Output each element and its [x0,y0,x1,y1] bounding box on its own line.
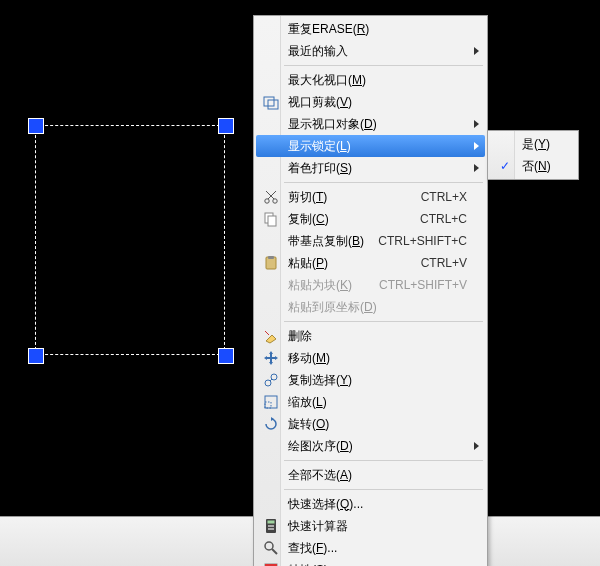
submenu-arrow-icon [474,142,479,150]
context-menu[interactable]: 重复ERASE(R)最近的输入最大化视口(M)视口剪裁(V)显示视口对象(D)显… [253,15,488,566]
menu-item-20[interactable]: 旋转(O) [256,413,485,435]
menu-item-label: 全部不选(A) [282,467,467,484]
menu-item-label: 带基点复制(B) [282,233,368,250]
blank-icon [494,133,516,155]
blank-icon [260,135,282,157]
menu-separator [284,182,483,183]
svg-point-18 [268,525,270,527]
submenu-arrow-icon [474,47,479,55]
svg-point-3 [273,199,277,203]
menu-separator [284,489,483,490]
svg-rect-1 [268,100,278,109]
svg-point-24 [265,542,273,550]
menu-item-label: 是(Y) [516,136,566,153]
menu-separator [284,460,483,461]
menu-item-label: 快速选择(Q)... [282,496,467,513]
menu-item-label: 粘贴(P) [282,255,411,272]
menu-item-label: 视口剪裁(V) [282,94,467,111]
menu-item-label: 显示锁定(L) [282,138,467,155]
svg-line-5 [266,191,274,199]
menu-item-9[interactable]: 剪切(T)CTRL+X [256,186,485,208]
svg-rect-7 [268,216,276,226]
menu-item-10[interactable]: 复制(C)CTRL+C [256,208,485,230]
scale-icon [260,391,282,413]
submenu-arrow-icon [474,164,479,172]
menu-item-label: 重复ERASE(R) [282,21,467,38]
blank-icon [260,435,282,457]
check-icon: ✓ [494,155,516,177]
blank-icon [260,113,282,135]
menu-item-26[interactable]: 快速计算器 [256,515,485,537]
submenu-item-1[interactable]: ✓否(N) [490,155,576,177]
menu-item-17[interactable]: 移动(M) [256,347,485,369]
menu-item-label: 否(N) [516,158,566,175]
selection-rectangle[interactable] [35,125,225,355]
svg-line-13 [270,379,272,381]
submenu-item-0[interactable]: 是(Y) [490,133,576,155]
menu-item-label: 粘贴到原坐标(D) [282,299,467,316]
menu-separator [284,65,483,66]
menu-item-28[interactable]: 特性(S) [256,559,485,566]
menu-item-16[interactable]: 删除 [256,325,485,347]
menu-item-13: 粘贴为块(K)CTRL+SHIFT+V [256,274,485,296]
menu-item-label: 特性(S) [282,562,467,567]
menu-item-shortcut: CTRL+X [411,190,467,204]
svg-rect-14 [265,402,271,408]
menu-item-label: 复制选择(Y) [282,372,467,389]
menu-item-3[interactable]: 最大化视口(M) [256,69,485,91]
menu-item-1[interactable]: 最近的输入 [256,40,485,62]
menu-item-label: 剪切(T) [282,189,411,206]
submenu-arrow-icon [474,120,479,128]
calc-icon [260,515,282,537]
menu-item-label: 移动(M) [282,350,467,367]
menu-item-11[interactable]: 带基点复制(B)CTRL+SHIFT+C [256,230,485,252]
submenu-display-lock[interactable]: 是(Y)✓否(N) [487,130,579,180]
menu-item-shortcut: CTRL+C [410,212,467,226]
menu-item-label: 着色打印(S) [282,160,467,177]
menu-separator [284,321,483,322]
grip-top-right[interactable] [218,118,234,134]
svg-rect-0 [264,97,274,106]
menu-item-label: 最近的输入 [282,43,467,60]
paste-icon [260,252,282,274]
menu-item-27[interactable]: 查找(F)... [256,537,485,559]
menu-item-4[interactable]: 视口剪裁(V) [256,91,485,113]
menu-item-label: 删除 [282,328,467,345]
grip-top-left[interactable] [28,118,44,134]
menu-item-6[interactable]: 显示锁定(L) [256,135,485,157]
svg-line-10 [265,331,269,335]
svg-rect-9 [268,256,274,259]
blank-icon [260,157,282,179]
menu-item-0[interactable]: 重复ERASE(R) [256,18,485,40]
cut-icon [260,186,282,208]
svg-rect-17 [268,521,275,524]
menu-item-label: 最大化视口(M) [282,72,467,89]
blank-icon [260,296,282,318]
menu-item-label: 查找(F)... [282,540,467,557]
menu-item-25[interactable]: 快速选择(Q)... [256,493,485,515]
grip-bottom-right[interactable] [218,348,234,364]
svg-line-4 [268,191,276,199]
grip-bottom-left[interactable] [28,348,44,364]
menu-item-5[interactable]: 显示视口对象(D) [256,113,485,135]
svg-point-22 [270,528,272,530]
menu-item-7[interactable]: 着色打印(S) [256,157,485,179]
submenu-arrow-icon [474,442,479,450]
blank-icon [260,69,282,91]
svg-point-2 [265,199,269,203]
rotate-icon [260,413,282,435]
copysel-icon [260,369,282,391]
properties-icon [260,559,282,566]
svg-point-19 [270,525,272,527]
svg-point-21 [268,528,270,530]
menu-item-12[interactable]: 粘贴(P)CTRL+V [256,252,485,274]
menu-item-19[interactable]: 缩放(L) [256,391,485,413]
blank-icon [260,493,282,515]
menu-item-18[interactable]: 复制选择(Y) [256,369,485,391]
menu-item-21[interactable]: 绘图次序(D) [256,435,485,457]
blank-icon [260,464,282,486]
menu-item-23[interactable]: 全部不选(A) [256,464,485,486]
find-icon [260,537,282,559]
menu-item-14: 粘贴到原坐标(D) [256,296,485,318]
blank-icon [260,40,282,62]
